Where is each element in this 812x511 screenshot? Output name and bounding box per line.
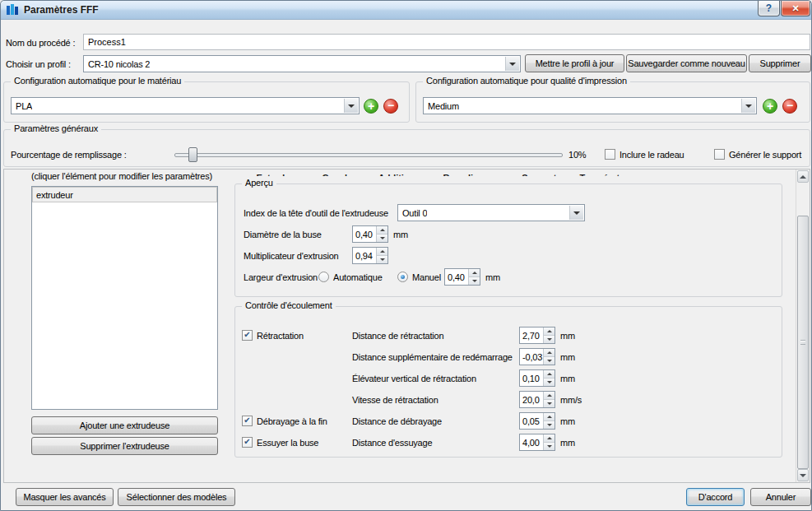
spinner-buttons <box>543 349 554 365</box>
tab-support[interactable]: Support <box>522 173 556 176</box>
combo-dropdown-button[interactable] <box>741 99 755 113</box>
quality-select[interactable]: Medium <box>423 97 757 114</box>
spin-up-button[interactable] <box>469 269 480 276</box>
extruder-list-hint: (cliquer l'élément pour modifier les par… <box>31 170 212 183</box>
extra-restart-distance-spinbox[interactable]: -0,03 <box>519 348 555 365</box>
add-material-button[interactable] <box>364 99 378 114</box>
retraction-speed-unit: mm/s <box>560 391 582 408</box>
generate-support-checkbox[interactable]: Générer le support <box>714 146 801 163</box>
spin-up-button[interactable] <box>544 413 554 420</box>
spin-up-button[interactable] <box>544 392 554 399</box>
extrusion-multiplier-spinbox[interactable]: 0,94 <box>352 247 388 264</box>
extrusion-width-auto-radio[interactable]: Automatique <box>318 268 383 286</box>
vertical-scrollbar[interactable] <box>796 170 810 482</box>
checkbox-checked-icon <box>242 437 253 448</box>
toolhead-index-select[interactable]: Outil 0 <box>397 204 585 221</box>
spin-up-button[interactable] <box>544 328 554 335</box>
spin-down-button[interactable] <box>377 234 387 242</box>
coast-distance-label: Distance de débrayage <box>352 412 442 430</box>
profile-selected-value: CR-10 nicolas 2 <box>88 59 150 69</box>
scroll-down-button[interactable] <box>797 469 809 481</box>
spin-up-button[interactable] <box>544 370 554 378</box>
quality-selected-value: Medium <box>428 101 459 111</box>
arrow-down-icon <box>547 360 552 362</box>
plus-icon <box>767 101 773 112</box>
vertical-lift-spinbox[interactable]: 0,10 <box>519 369 555 387</box>
overview-group: Aperçu Index de la tête d'outil de l'ext… <box>234 183 782 297</box>
spinner-buttons <box>543 370 554 386</box>
profile-select[interactable]: CR-10 nicolas 2 <box>83 55 521 72</box>
coast-distance-spinbox[interactable]: 0,05 <box>519 412 555 430</box>
spin-down-button[interactable] <box>544 378 554 386</box>
spin-down-button[interactable] <box>544 356 554 365</box>
include-raft-checkbox[interactable]: Inclure le radeau <box>605 146 684 163</box>
hide-advanced-button[interactable]: Masquer les avancés <box>16 488 114 506</box>
minus-icon <box>387 101 394 111</box>
select-models-button[interactable]: Sélectionner des modèles <box>118 488 235 506</box>
spin-down-button[interactable] <box>544 399 554 407</box>
infill-percentage-label: Pourcentage de remplissage : <box>11 146 127 163</box>
wipe-distance-label: Distance d'essuyage <box>352 434 432 451</box>
scrollbar-thumb[interactable] <box>797 216 809 469</box>
spin-down-button[interactable] <box>377 255 387 263</box>
wipe-nozzle-checkbox[interactable]: Essuyer la buse <box>242 434 318 451</box>
infill-slider[interactable] <box>174 153 563 157</box>
wipe-distance-spinbox[interactable]: 4,00 <box>519 434 555 451</box>
combo-dropdown-button[interactable] <box>344 99 358 113</box>
coast-at-end-checkbox[interactable]: Débrayage à la fin <box>242 412 327 430</box>
vertical-lift-label: Élévateur vertical de rétractation <box>352 369 476 387</box>
tab-additions[interactable]: Additions <box>378 173 420 176</box>
retraction-speed-spinbox[interactable]: 20,0 <box>519 391 555 408</box>
remove-extruder-button[interactable]: Supprimer l'extrudeuse <box>31 437 218 455</box>
spin-up-button[interactable] <box>377 226 387 234</box>
auto-quality-title: Configuration automatique pour qualité d… <box>423 76 630 86</box>
help-button[interactable]: ? <box>758 1 780 16</box>
update-profile-button[interactable]: Mettre le profil à jour <box>525 54 624 72</box>
spinner-buttons <box>543 434 554 450</box>
extrusion-width-spinbox[interactable]: 0,40 <box>444 268 480 286</box>
radio-icon <box>318 272 329 282</box>
checkmark-icon <box>244 332 250 339</box>
list-item-extrudeur[interactable]: extrudeur <box>32 187 217 202</box>
ok-button[interactable]: D'accord <box>686 488 745 506</box>
tab-remplissage[interactable]: Remplissage <box>443 173 499 176</box>
save-as-new-button[interactable]: Sauvegarder comme nouveau <box>626 54 747 72</box>
arrow-up-icon <box>547 330 552 332</box>
remove-quality-button[interactable] <box>782 99 797 114</box>
tab-temperature[interactable]: Température <box>580 173 634 176</box>
close-icon: ✕ <box>791 3 799 14</box>
process-name-input[interactable] <box>83 34 810 50</box>
cancel-button[interactable]: Annuler <box>750 488 811 506</box>
retraction-checkbox[interactable]: Rétractation <box>242 327 304 344</box>
spin-up-button[interactable] <box>544 434 554 442</box>
clipped-tab-bar[interactable]: ExtrudeurCoucheAdditionsRemplissageSuppo… <box>234 170 781 176</box>
combo-dropdown-button[interactable] <box>569 206 583 220</box>
fff-settings-window: Paramètres FFF ? ✕ Nom du procédé : Choi… <box>0 0 812 511</box>
extruder-list[interactable]: extrudeur <box>31 186 218 410</box>
arrow-up-icon <box>547 373 552 375</box>
add-extruder-button[interactable]: Ajouter une extrudeuse <box>31 416 218 434</box>
tab-extrudeur[interactable]: Extrudeur <box>256 173 299 176</box>
scroll-up-button[interactable] <box>797 170 809 183</box>
remove-material-button[interactable] <box>383 99 398 114</box>
delete-profile-button[interactable]: Supprimer <box>749 54 811 72</box>
spin-down-button[interactable] <box>544 335 554 343</box>
combo-dropdown-button[interactable] <box>505 57 519 71</box>
infill-slider-thumb[interactable] <box>188 147 197 162</box>
nozzle-diameter-unit: mm <box>393 225 408 243</box>
arrow-down-icon <box>800 474 806 477</box>
add-quality-button[interactable] <box>763 99 777 114</box>
close-button[interactable]: ✕ <box>781 1 810 16</box>
extrusion-width-manual-radio[interactable]: Manuel <box>397 268 441 286</box>
spin-down-button[interactable] <box>469 276 480 285</box>
retraction-distance-spinbox[interactable]: 2,70 <box>519 327 555 344</box>
spin-down-button[interactable] <box>544 442 554 450</box>
tab-couche[interactable]: Couche <box>322 173 355 176</box>
spin-up-button[interactable] <box>544 349 554 356</box>
spin-up-button[interactable] <box>377 248 387 255</box>
arrow-up-icon <box>800 175 806 179</box>
nozzle-diameter-spinbox[interactable]: 0,40 <box>352 225 388 243</box>
spin-down-button[interactable] <box>544 420 554 429</box>
arrow-down-icon <box>547 402 552 405</box>
material-select[interactable]: PLA <box>11 97 360 114</box>
